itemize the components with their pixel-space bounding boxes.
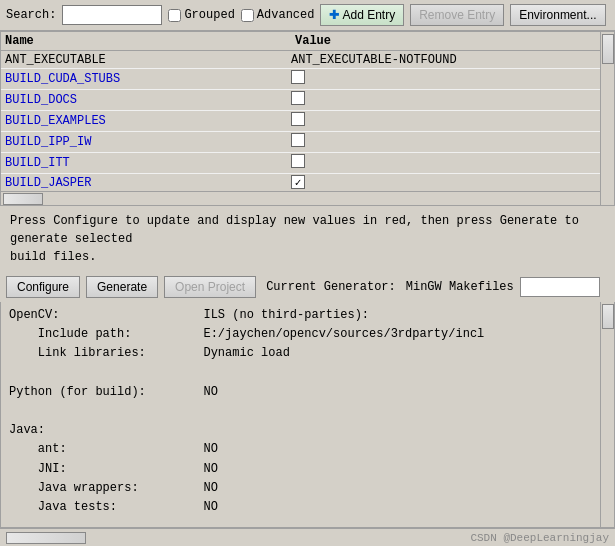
table-v-scrollbar-thumb[interactable]: [602, 34, 614, 64]
open-project-button[interactable]: Open Project: [164, 276, 256, 298]
table-row[interactable]: BUILD_DOCS: [1, 90, 600, 111]
generator-value: MinGW Makefiles: [406, 280, 514, 294]
log-line: Java wrappers: NO: [9, 479, 592, 498]
table-row[interactable]: BUILD_CUDA_STUBS: [1, 69, 600, 90]
log-wrapper: OpenCV: ILS (no third-parties): Include …: [0, 302, 615, 528]
bottom-h-scrollbar[interactable]: [6, 532, 86, 544]
table-rows-area: ANT_EXECUTABLEANT_EXECUTABLE-NOTFOUNDBUI…: [1, 51, 600, 191]
search-label: Search:: [6, 8, 56, 22]
table-row[interactable]: BUILD_IPP_IW: [1, 132, 600, 153]
log-line: Include path: E:/jaychen/opencv/sources/…: [9, 325, 592, 344]
log-line: OpenCV: ILS (no third-parties):: [9, 306, 592, 325]
row-value: ANT_EXECUTABLE-NOTFOUND: [291, 53, 596, 67]
extra-generator-field[interactable]: [520, 277, 600, 297]
row-checkbox[interactable]: [291, 154, 305, 168]
log-line: [9, 364, 592, 383]
column-name-header: Name: [5, 34, 295, 48]
row-name: BUILD_EXAMPLES: [5, 114, 291, 128]
row-name: BUILD_DOCS: [5, 93, 291, 107]
advanced-checkbox[interactable]: [241, 9, 254, 22]
log-line: ant: NO: [9, 440, 592, 459]
row-checkbox[interactable]: [291, 91, 305, 105]
log-line: [9, 402, 592, 421]
row-name: BUILD_ITT: [5, 156, 291, 170]
log-line: Python (for build): NO: [9, 383, 592, 402]
row-value[interactable]: [291, 175, 596, 190]
table-row[interactable]: ANT_EXECUTABLEANT_EXECUTABLE-NOTFOUND: [1, 51, 600, 69]
add-entry-button[interactable]: ✚ Add Entry: [320, 4, 404, 26]
status-bar: CSDN @DeepLearningjay: [0, 528, 615, 546]
grouped-checkbox[interactable]: [168, 9, 181, 22]
table-v-scrollbar[interactable]: [600, 32, 614, 205]
row-checkbox[interactable]: [291, 70, 305, 84]
log-line: Java tests: NO: [9, 498, 592, 517]
info-line2: build files.: [10, 250, 96, 264]
generator-prefix: Current Generator:: [266, 280, 396, 294]
table-row[interactable]: BUILD_EXAMPLES: [1, 111, 600, 132]
log-v-scrollbar[interactable]: [600, 302, 614, 527]
row-value[interactable]: [291, 91, 596, 109]
row-value[interactable]: [291, 112, 596, 130]
row-value[interactable]: [291, 133, 596, 151]
advanced-label: Advanced: [257, 8, 315, 22]
table-header: Name Value: [1, 32, 600, 51]
main-window: Search: Grouped Advanced ✚ Add Entry Rem…: [0, 0, 615, 546]
column-value-header: Value: [295, 34, 596, 48]
row-name: BUILD_CUDA_STUBS: [5, 72, 291, 86]
table-row[interactable]: BUILD_ITT: [1, 153, 600, 174]
search-input[interactable]: [62, 5, 162, 25]
row-value[interactable]: [291, 70, 596, 88]
row-checkbox[interactable]: [291, 133, 305, 147]
row-checkbox[interactable]: [291, 175, 305, 189]
plus-icon: ✚: [329, 8, 339, 22]
table-inner: Name Value ANT_EXECUTABLEANT_EXECUTABLE-…: [1, 32, 600, 205]
cmake-table: Name Value ANT_EXECUTABLEANT_EXECUTABLE-…: [0, 31, 615, 206]
info-line1: Press Configure to update and display ne…: [10, 214, 579, 246]
toolbar: Search: Grouped Advanced ✚ Add Entry Rem…: [0, 0, 615, 31]
row-name: ANT_EXECUTABLE: [5, 53, 291, 67]
row-name: BUILD_JASPER: [5, 176, 291, 190]
remove-entry-button[interactable]: Remove Entry: [410, 4, 504, 26]
action-row: Configure Generate Open Project Current …: [0, 272, 615, 302]
log-line: JNI: NO: [9, 460, 592, 479]
row-value[interactable]: [291, 154, 596, 172]
grouped-label: Grouped: [184, 8, 234, 22]
configure-button[interactable]: Configure: [6, 276, 80, 298]
row-checkbox[interactable]: [291, 112, 305, 126]
log-line: [9, 517, 592, 527]
row-name: BUILD_IPP_IW: [5, 135, 291, 149]
grouped-checkbox-group: Grouped: [168, 8, 234, 22]
log-line: Java:: [9, 421, 592, 440]
generate-button[interactable]: Generate: [86, 276, 158, 298]
table-h-scrollbar[interactable]: [1, 191, 600, 205]
log-v-scrollbar-thumb[interactable]: [602, 304, 614, 329]
environment-button[interactable]: Environment...: [510, 4, 605, 26]
log-content: OpenCV: ILS (no third-parties): Include …: [1, 302, 600, 527]
table-row[interactable]: BUILD_JASPER: [1, 174, 600, 191]
log-line: Link libraries: Dynamic load: [9, 344, 592, 363]
table-h-scrollbar-thumb[interactable]: [3, 193, 43, 205]
info-text-area: Press Configure to update and display ne…: [0, 206, 615, 272]
watermark: CSDN @DeepLearningjay: [470, 532, 609, 544]
advanced-checkbox-group: Advanced: [241, 8, 315, 22]
